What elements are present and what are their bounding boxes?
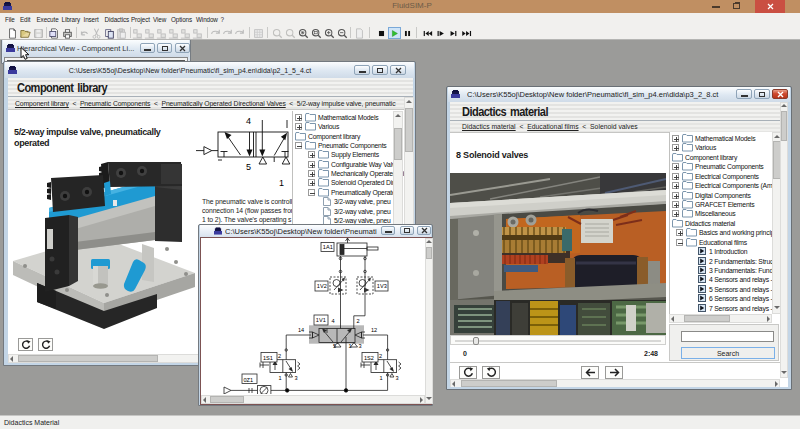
svg-text:4: 4 bbox=[332, 318, 335, 324]
svg-text:2: 2 bbox=[379, 353, 382, 359]
svg-text:5: 5 bbox=[246, 162, 251, 172]
svg-text:1A1: 1A1 bbox=[323, 244, 333, 250]
svg-text:1: 1 bbox=[380, 375, 383, 381]
svg-text:0Z1: 0Z1 bbox=[244, 377, 254, 383]
svg-text:1: 1 bbox=[349, 343, 352, 349]
svg-text:1V2: 1V2 bbox=[317, 283, 327, 289]
svg-text:3: 3 bbox=[396, 375, 399, 381]
svg-text:1V1: 1V1 bbox=[316, 317, 326, 323]
svg-text:2: 2 bbox=[357, 318, 360, 324]
svg-text:2: 2 bbox=[278, 353, 281, 359]
svg-text:12: 12 bbox=[371, 327, 377, 333]
svg-text:1: 1 bbox=[279, 178, 284, 188]
svg-text:1: 1 bbox=[279, 375, 282, 381]
svg-text:1S2: 1S2 bbox=[364, 355, 374, 361]
svg-text:3: 3 bbox=[295, 375, 298, 381]
svg-text:1S1: 1S1 bbox=[263, 355, 273, 361]
svg-text:4: 4 bbox=[246, 116, 251, 126]
svg-text:1V3: 1V3 bbox=[377, 283, 387, 289]
svg-text:14: 14 bbox=[298, 327, 304, 333]
svg-text:3: 3 bbox=[359, 343, 362, 349]
svg-text:5: 5 bbox=[333, 343, 336, 349]
